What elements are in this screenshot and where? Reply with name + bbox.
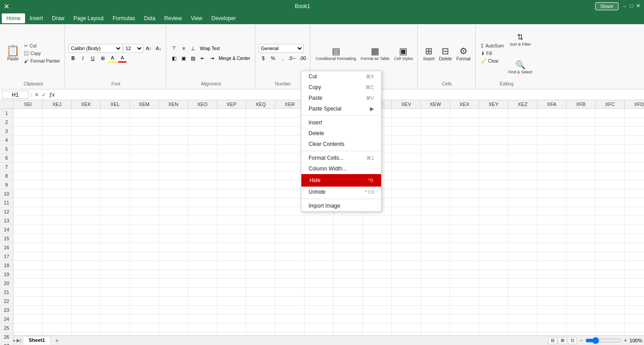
grid-cell[interactable] xyxy=(421,207,450,216)
grid-cell[interactable] xyxy=(275,306,305,315)
close-icon[interactable]: ✕ xyxy=(636,3,640,10)
grid-cell[interactable] xyxy=(625,118,644,127)
autosum-button[interactable]: Σ AutoSum xyxy=(479,43,506,49)
align-middle-button[interactable]: ≡ xyxy=(179,44,188,53)
grid-cell[interactable] xyxy=(72,297,101,306)
grid-cell[interactable] xyxy=(537,234,567,243)
grid-cell[interactable] xyxy=(596,136,625,145)
grid-cell[interactable] xyxy=(188,279,217,288)
grid-cell[interactable] xyxy=(567,216,596,225)
grid-cell[interactable] xyxy=(101,153,130,162)
grid-cell[interactable] xyxy=(101,252,130,261)
grid-cell[interactable] xyxy=(625,180,644,189)
grid-cell[interactable] xyxy=(43,279,72,288)
grid-cell[interactable] xyxy=(625,315,644,324)
ctx-unhide[interactable]: Unhide ^⇧0 xyxy=(301,187,381,197)
grid-cell[interactable] xyxy=(275,279,305,288)
grid-cell[interactable] xyxy=(596,118,625,127)
grid-cell[interactable] xyxy=(567,306,596,315)
align-right-button[interactable]: ▨ xyxy=(189,54,197,63)
grid-cell[interactable] xyxy=(72,315,101,324)
grid-cell[interactable] xyxy=(508,162,537,171)
grid-cell[interactable] xyxy=(450,306,479,315)
grid-cell[interactable] xyxy=(72,118,101,127)
col-header-xfb[interactable]: XFB xyxy=(567,100,596,108)
grid-cell[interactable] xyxy=(43,216,72,225)
grid-cell[interactable] xyxy=(479,153,508,162)
paste-button[interactable]: 📋 Paste xyxy=(4,43,21,64)
grid-cell[interactable] xyxy=(392,207,421,216)
grid-cell[interactable] xyxy=(479,288,508,297)
grid-cell[interactable] xyxy=(275,171,305,180)
grid-cell[interactable] xyxy=(305,225,334,234)
grid-cell[interactable] xyxy=(188,324,217,332)
grid-cell[interactable] xyxy=(508,270,537,279)
col-header-xey[interactable]: XEY xyxy=(479,100,508,108)
menu-item-formulas[interactable]: Formulas xyxy=(108,13,139,23)
grid-cell[interactable] xyxy=(130,252,159,261)
grid-cell[interactable] xyxy=(275,207,305,216)
grid-cell[interactable] xyxy=(596,324,625,332)
grid-cell[interactable] xyxy=(159,297,188,306)
grid-cell[interactable] xyxy=(101,324,130,332)
grid-cell[interactable] xyxy=(596,180,625,189)
grid-cell[interactable] xyxy=(159,216,188,225)
grid-cell[interactable] xyxy=(421,243,450,252)
grid-cell[interactable] xyxy=(625,252,644,261)
grid-cell[interactable] xyxy=(392,162,421,171)
grid-cell[interactable] xyxy=(508,145,537,153)
grid-cell[interactable] xyxy=(567,180,596,189)
grid-cell[interactable] xyxy=(596,216,625,225)
grid-cell[interactable] xyxy=(217,225,246,234)
row-header-15[interactable]: 15 xyxy=(0,234,13,243)
grid-cell[interactable] xyxy=(567,234,596,243)
grid-cell[interactable] xyxy=(13,288,43,297)
grid-cell[interactable] xyxy=(305,216,334,225)
grid-cell[interactable] xyxy=(567,153,596,162)
row-header-7[interactable]: 7 xyxy=(0,162,13,171)
grid-cell[interactable] xyxy=(72,180,101,189)
ctx-hide[interactable]: Hide ^0 xyxy=(301,174,381,187)
grid-cell[interactable] xyxy=(130,145,159,153)
grid-cell[interactable] xyxy=(450,198,479,207)
grid-cell[interactable] xyxy=(567,324,596,332)
grid-cell[interactable] xyxy=(13,324,43,332)
grid-cell[interactable] xyxy=(188,252,217,261)
grid-cell[interactable] xyxy=(537,180,567,189)
grid-cell[interactable] xyxy=(567,136,596,145)
grid-cell[interactable] xyxy=(334,315,363,324)
grid-cell[interactable] xyxy=(188,109,217,118)
grid-cell[interactable] xyxy=(188,118,217,127)
grid-cell[interactable] xyxy=(537,252,567,261)
grid-cell[interactable] xyxy=(72,127,101,136)
grid-cell[interactable] xyxy=(246,243,275,252)
grid-cell[interactable] xyxy=(13,297,43,306)
grid-cell[interactable] xyxy=(596,127,625,136)
grid-cell[interactable] xyxy=(450,171,479,180)
grid-cell[interactable] xyxy=(421,297,450,306)
grid-cell[interactable] xyxy=(363,297,392,306)
grid-cell[interactable] xyxy=(392,118,421,127)
grid-cell[interactable] xyxy=(508,261,537,270)
menu-item-developer[interactable]: Developer xyxy=(207,13,240,23)
grid-cell[interactable] xyxy=(596,109,625,118)
grid-cell[interactable] xyxy=(421,153,450,162)
comma-button[interactable]: , xyxy=(279,54,288,63)
grid-cell[interactable] xyxy=(596,261,625,270)
format-as-table-button[interactable]: ▦ Format as Table xyxy=(359,42,391,64)
grid-cell[interactable] xyxy=(537,216,567,225)
grid-cell[interactable] xyxy=(246,153,275,162)
grid-cell[interactable] xyxy=(188,270,217,279)
grid-cell[interactable] xyxy=(130,234,159,243)
row-header-6[interactable]: 6 xyxy=(0,153,13,162)
grid-cell[interactable] xyxy=(72,261,101,270)
grid-cell[interactable] xyxy=(130,127,159,136)
grid-cell[interactable] xyxy=(537,198,567,207)
grid-cell[interactable] xyxy=(43,225,72,234)
grid-cell[interactable] xyxy=(13,127,43,136)
grid-cell[interactable] xyxy=(508,252,537,261)
grid-cell[interactable] xyxy=(275,234,305,243)
grid-cell[interactable] xyxy=(159,145,188,153)
grid-cell[interactable] xyxy=(72,198,101,207)
col-header-xem[interactable]: XEM xyxy=(130,100,159,108)
